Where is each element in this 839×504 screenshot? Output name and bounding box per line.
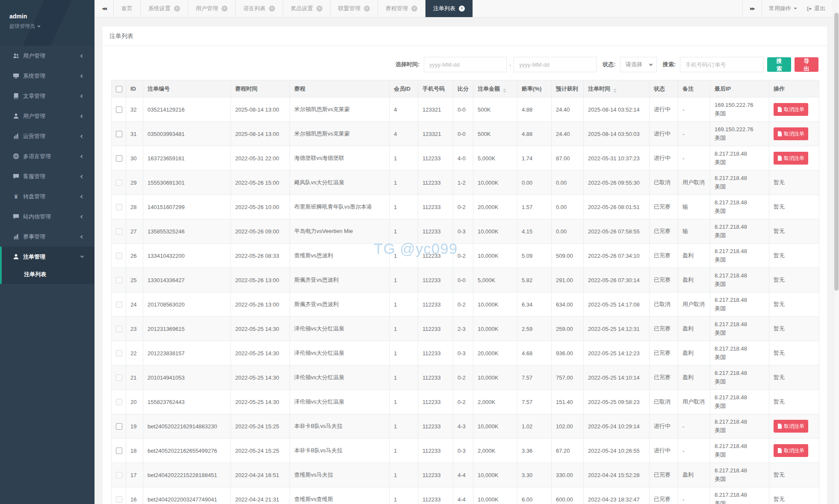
row-checkbox <box>116 228 122 235</box>
tab-item[interactable]: 首页 <box>114 0 141 17</box>
sidebar-item[interactable]: 赛事管理 <box>0 227 95 247</box>
export-button[interactable]: 导出 <box>795 57 818 72</box>
cell-order-no: bet24042022003247749041 <box>143 487 231 504</box>
row-checkbox <box>116 204 122 210</box>
tab-bar: ◀◀ 首页系统设置×用户管理×语言列表×奖品设置×联盟管理×赛程管理×注单列表×… <box>95 0 833 18</box>
cell-order-time: 2022-05-26 07:34:10 <box>584 244 650 268</box>
cell-order-no: 035214129216 <box>143 97 231 122</box>
tab-item[interactable]: 语言列表× <box>236 0 283 17</box>
sidebar-item[interactable]: 多语言管理 <box>0 146 95 166</box>
row-checkbox[interactable] <box>116 106 122 113</box>
sidebar-item[interactable]: 用户管理 <box>0 106 95 126</box>
status-select[interactable]: 请选择 <box>620 57 657 72</box>
table-row: 18bet240520221626554992762022-05-24 15:2… <box>112 439 819 463</box>
cell-match: 米尔顿凯恩斯vs克莱蒙 <box>290 97 390 122</box>
cell-last-ip: 8.217.218.48美国 <box>710 487 769 504</box>
tab-item[interactable]: 赛程管理× <box>378 0 425 17</box>
ip-address: 8.217.218.48 <box>715 369 765 377</box>
row-checkbox[interactable] <box>116 423 122 430</box>
row-checkbox-cell <box>112 219 126 244</box>
sidebar-item[interactable]: 文章管理 <box>0 86 95 106</box>
cell-odds: 3.36 <box>517 439 552 463</box>
sidebar-item[interactable]: 客服管理 <box>0 166 95 186</box>
search-input[interactable] <box>680 57 764 72</box>
document-icon <box>777 424 782 429</box>
sidebar-item[interactable]: 用户管理 <box>0 46 95 66</box>
cancel-order-button[interactable]: 取消注单 <box>774 152 808 165</box>
tab-close-icon[interactable]: × <box>411 6 417 12</box>
cell-action: 暂无 <box>769 341 819 365</box>
tabs-scroll-right-button[interactable]: ▶▶ <box>742 0 762 17</box>
sidebar-item[interactable]: 站内信管理 <box>0 206 95 227</box>
no-action-label: 暂无 <box>774 301 785 307</box>
cell-odds: 1.74 <box>517 146 552 171</box>
tab-label: 首页 <box>121 5 133 12</box>
row-checkbox[interactable] <box>116 131 122 137</box>
cell-profit: 0.00 <box>552 171 584 195</box>
row-checkbox[interactable] <box>116 448 122 454</box>
cell-remark: 盈利 <box>678 268 710 292</box>
ip-address: 8.217.218.48 <box>715 345 765 353</box>
column-header-label: 预计获利 <box>556 85 578 92</box>
cell-score: 0-3 <box>453 341 473 365</box>
table-row: 301637236591612022-05-31 22:00海德堡联vs海德堡联… <box>112 146 819 171</box>
column-header: 状态 <box>650 80 678 97</box>
tab-item[interactable]: 联盟管理× <box>331 0 378 17</box>
sidebar-item-active[interactable]: 注单管理 <box>2 247 95 267</box>
tab-item[interactable]: 用户管理× <box>188 0 236 17</box>
user-role-dropdown[interactable]: 超级管理员 <box>9 23 95 30</box>
sidebar-item-label: 赛事管理 <box>23 233 81 241</box>
cancel-order-button[interactable]: 取消注单 <box>774 420 808 433</box>
sidebar-item[interactable]: 系统管理 <box>0 66 95 86</box>
cell-match: 泽伦顿vs大分红温泉 <box>290 365 390 390</box>
cancel-order-button[interactable]: 取消注单 <box>774 127 808 140</box>
cell-match-time: 2022-05-26 10:00 <box>231 195 290 219</box>
cancel-order-label: 取消注单 <box>784 447 804 454</box>
caret-down-icon <box>37 26 41 27</box>
common-actions-dropdown[interactable]: 常用操作 <box>762 0 804 17</box>
select-all-checkbox[interactable] <box>116 86 122 92</box>
start-date-input[interactable] <box>424 57 507 72</box>
column-header[interactable]: 注单金额 <box>473 80 517 97</box>
sidebar-subitem[interactable]: 注单列表 <box>2 267 95 284</box>
tab-close-icon[interactable]: × <box>316 6 322 12</box>
cell-remark: - <box>678 146 710 171</box>
ip-address: 8.217.218.48 <box>715 198 765 207</box>
cell-amount: 5,000K <box>473 268 517 292</box>
cell-last-ip: 8.217.218.48美国 <box>710 244 769 268</box>
time-filter-label: 选择时间: <box>396 61 420 68</box>
tab-close-icon[interactable]: × <box>459 6 465 12</box>
tab-close-icon[interactable]: × <box>364 6 370 12</box>
cell-member-id: 4 <box>390 122 418 146</box>
row-checkbox-cell <box>112 341 126 365</box>
tab-close-icon[interactable]: × <box>222 6 227 12</box>
cell-remark: - <box>678 439 710 463</box>
cell-order-no: 035003993481 <box>143 122 231 146</box>
tab-close-icon[interactable]: × <box>174 6 180 12</box>
tabs-scroll-left-button[interactable]: ◀◀ <box>95 0 114 17</box>
chart-icon <box>13 233 19 240</box>
sidebar-item[interactable]: ¥转盘管理 <box>0 186 95 206</box>
tab-active[interactable]: 注单列表× <box>425 0 473 17</box>
no-action-label: 暂无 <box>774 472 785 478</box>
cell-status: 已完赛 <box>650 268 678 292</box>
cancel-order-button[interactable]: 取消注单 <box>774 103 808 116</box>
cell-member-id: 1 <box>390 195 418 219</box>
tab-item[interactable]: 系统设置× <box>141 0 188 17</box>
search-button[interactable]: 搜索 <box>767 57 791 72</box>
row-checkbox[interactable] <box>116 155 122 162</box>
cell-status: 已取消 <box>650 292 678 317</box>
cancel-order-button[interactable]: 取消注单 <box>774 444 808 457</box>
tab-close-icon[interactable]: × <box>269 6 275 12</box>
sidebar-item[interactable]: 运营管理 <box>0 126 95 146</box>
cell-odds: 1.57 <box>517 195 552 219</box>
user-icon <box>13 113 19 119</box>
column-header[interactable]: 注单时间 <box>584 80 650 97</box>
scrollbar-thumb[interactable] <box>834 13 839 291</box>
sort-icon[interactable] <box>613 88 617 93</box>
logout-button[interactable]: 退出 <box>804 0 833 17</box>
sort-icon[interactable] <box>503 88 506 93</box>
end-date-input[interactable] <box>514 57 597 72</box>
cell-id: 30 <box>126 146 143 171</box>
tab-item[interactable]: 奖品设置× <box>283 0 331 17</box>
